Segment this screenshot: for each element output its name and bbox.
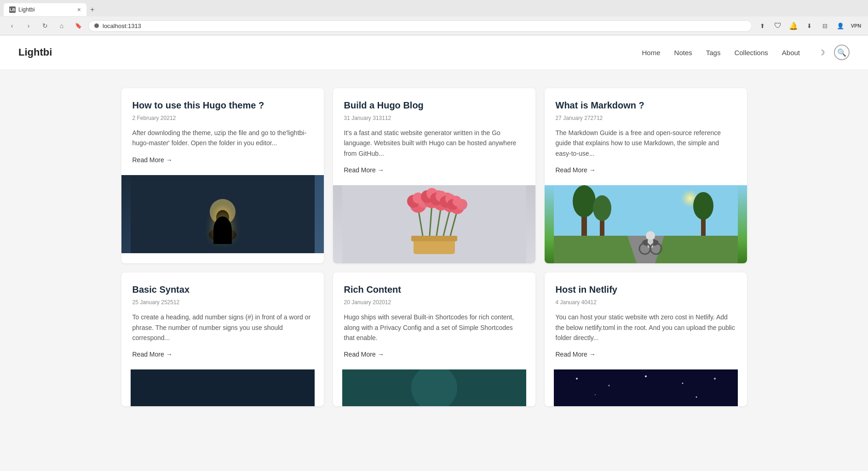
nav-tags[interactable]: Tags bbox=[706, 49, 721, 57]
card-1-text: How to use this Hugo theme ? 2 February … bbox=[121, 88, 324, 175]
card-1-title: How to use this Hugo theme ? bbox=[132, 99, 313, 111]
svg-rect-53 bbox=[554, 369, 738, 406]
new-tab-button[interactable]: + bbox=[86, 3, 98, 17]
card-2-image bbox=[333, 185, 535, 263]
card-6-excerpt: You can host your static website wth zer… bbox=[556, 312, 736, 343]
card-3: What is Markdown ? 27 January 272712 The… bbox=[545, 88, 747, 263]
home-button[interactable]: ⌂ bbox=[55, 19, 68, 32]
card-6-text: Host in Netlify 4 January 40412 You can … bbox=[545, 272, 747, 369]
svg-point-56 bbox=[645, 375, 647, 377]
active-tab: LB Lightbi × bbox=[4, 3, 86, 16]
card-4: Basic Syntax 25 January 252512 To create… bbox=[121, 272, 324, 406]
svg-point-3 bbox=[209, 228, 236, 242]
card-5-date: 20 January 202012 bbox=[344, 299, 524, 306]
card-5-excerpt: Hugo ships with several Built-in Shortco… bbox=[344, 312, 524, 343]
card-3-text: What is Markdown ? 27 January 272712 The… bbox=[545, 88, 747, 185]
card-1: How to use this Hugo theme ? 2 February … bbox=[121, 88, 324, 263]
card-6-title: Host in Netlify bbox=[556, 284, 736, 295]
card-5-text: Rich Content 20 January 202012 Hugo ship… bbox=[333, 272, 535, 369]
card-1-image bbox=[121, 175, 324, 253]
browser-extensions: ⬆ 🛡 🔔 ⬇ ⊟ 👤 VPN bbox=[756, 19, 862, 32]
site-nav: Home Notes Tags Collections About ☽ 🔍 bbox=[642, 45, 850, 60]
svg-point-59 bbox=[595, 394, 596, 395]
card-6-read-more[interactable]: Read More → bbox=[556, 351, 596, 358]
svg-point-54 bbox=[576, 378, 578, 380]
card-3-read-more[interactable]: Read More → bbox=[556, 166, 596, 174]
vpn-button[interactable]: VPN bbox=[850, 19, 862, 32]
card-3-excerpt: The Markdown Guide is a free and open-so… bbox=[556, 128, 736, 159]
notification-button[interactable]: 🔔 bbox=[787, 19, 800, 32]
nav-notes[interactable]: Notes bbox=[674, 49, 692, 57]
svg-point-52 bbox=[411, 369, 457, 406]
svg-rect-4 bbox=[218, 219, 227, 237]
search-button[interactable]: 🔍 bbox=[834, 45, 850, 60]
card-5: Rich Content 20 January 202012 Hugo ship… bbox=[333, 272, 535, 406]
card-1-excerpt: After downloding the theme, uzip the fil… bbox=[132, 128, 313, 148]
card-4-read-more[interactable]: Read More → bbox=[132, 351, 172, 358]
card-1-read-more[interactable]: Read More → bbox=[132, 156, 172, 164]
address-bar[interactable]: localhost:1313 bbox=[88, 20, 752, 32]
nav-collections[interactable]: Collections bbox=[734, 49, 768, 57]
site-header: Lightbi Home Notes Tags Collections Abou… bbox=[0, 35, 868, 70]
card-5-read-more[interactable]: Read More → bbox=[344, 351, 384, 358]
tab-title: Lightbi bbox=[18, 6, 75, 13]
theme-toggle-button[interactable]: ☽ bbox=[814, 45, 829, 60]
card-2-excerpt: It's a fast and static website generator… bbox=[344, 128, 524, 159]
download-button[interactable]: ⬇ bbox=[803, 19, 816, 32]
back-button[interactable]: ‹ bbox=[6, 19, 18, 32]
tab-bar: LB Lightbi × + bbox=[0, 0, 868, 17]
svg-point-45 bbox=[646, 231, 655, 240]
nav-home[interactable]: Home bbox=[642, 49, 661, 57]
tab-favicon: LB bbox=[9, 6, 16, 13]
card-6-date: 4 January 40412 bbox=[556, 299, 736, 306]
card-3-date: 27 January 272712 bbox=[556, 115, 736, 121]
brave-shield[interactable]: 🛡 bbox=[771, 19, 784, 32]
svg-point-41 bbox=[693, 192, 713, 220]
card-2-text: Build a Hugo Blog 31 January 313112 It's… bbox=[333, 88, 535, 185]
nav-icons: ☽ 🔍 bbox=[814, 45, 850, 60]
main-content: How to use this Hugo theme ? 2 February … bbox=[112, 70, 756, 425]
card-5-title: Rich Content bbox=[344, 284, 524, 295]
sidebar-button[interactable]: ⊟ bbox=[818, 19, 831, 32]
browser-chrome: LB Lightbi × + ‹ › ↻ ⌂ 🔖 localhost:1313 … bbox=[0, 0, 868, 35]
card-3-title: What is Markdown ? bbox=[556, 99, 736, 111]
site-logo[interactable]: Lightbi bbox=[18, 46, 52, 58]
card-2: Build a Hugo Blog 31 January 313112 It's… bbox=[333, 88, 535, 263]
svg-rect-50 bbox=[131, 369, 315, 406]
profile-button[interactable]: 👤 bbox=[834, 19, 847, 32]
card-1-date: 2 February 20212 bbox=[132, 115, 313, 121]
card-3-image bbox=[545, 185, 747, 263]
card-4-image-partial bbox=[121, 369, 324, 406]
card-4-excerpt: To create a heading, add number signs (#… bbox=[132, 312, 313, 343]
card-4-title: Basic Syntax bbox=[132, 284, 313, 295]
svg-point-57 bbox=[682, 383, 683, 384]
svg-point-39 bbox=[573, 185, 596, 217]
card-2-date: 31 January 313112 bbox=[344, 115, 524, 121]
card-grid: How to use this Hugo theme ? 2 February … bbox=[121, 88, 747, 406]
svg-point-5 bbox=[216, 210, 229, 225]
forward-button[interactable]: › bbox=[22, 19, 35, 32]
card-4-text: Basic Syntax 25 January 252512 To create… bbox=[121, 272, 324, 369]
bookmark-button[interactable]: 🔖 bbox=[72, 19, 85, 32]
card-6-image-partial bbox=[545, 369, 747, 406]
share-button[interactable]: ⬆ bbox=[756, 19, 769, 32]
card-2-read-more[interactable]: Read More → bbox=[344, 166, 384, 174]
svg-rect-8 bbox=[411, 236, 457, 241]
svg-point-55 bbox=[608, 385, 609, 386]
card-5-image-partial bbox=[333, 369, 535, 406]
svg-point-58 bbox=[714, 378, 716, 380]
url-text: localhost:1313 bbox=[103, 23, 141, 29]
refresh-button[interactable]: ↻ bbox=[39, 19, 52, 32]
svg-point-33 bbox=[453, 197, 462, 206]
card-2-title: Build a Hugo Blog bbox=[344, 99, 524, 111]
security-indicator bbox=[94, 23, 99, 28]
svg-point-43 bbox=[593, 195, 611, 221]
svg-point-60 bbox=[696, 397, 697, 398]
nav-about[interactable]: About bbox=[782, 49, 800, 57]
card-6: Host in Netlify 4 January 40412 You can … bbox=[545, 272, 747, 406]
card-4-date: 25 January 252512 bbox=[132, 299, 313, 306]
browser-toolbar: ‹ › ↻ ⌂ 🔖 localhost:1313 ⬆ 🛡 🔔 ⬇ ⊟ 👤 VPN bbox=[0, 17, 868, 35]
tab-close-button[interactable]: × bbox=[77, 6, 81, 13]
